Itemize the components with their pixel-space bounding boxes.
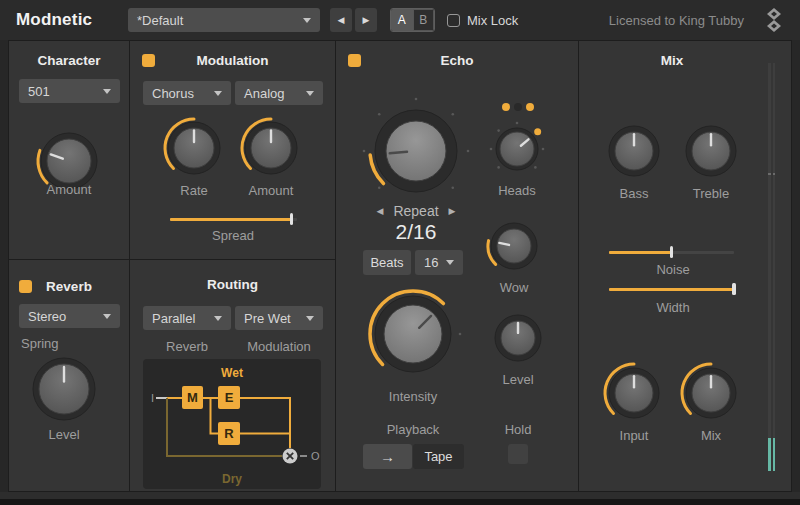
- meter-fill: [773, 438, 776, 471]
- echo-block[interactable]: E: [218, 386, 240, 409]
- noise-label: Noise: [656, 262, 689, 277]
- mix-lock-checkbox[interactable]: [447, 14, 460, 27]
- arrow-right-icon: ▶: [363, 15, 370, 25]
- intensity-knob[interactable]: [362, 283, 464, 385]
- reverb-routing-label: Reverb: [143, 339, 231, 354]
- meter-tick: [773, 173, 776, 175]
- ab-compare-control: A B: [390, 8, 435, 32]
- preset-next-button[interactable]: ▶: [355, 8, 377, 32]
- reverb-level-label: Level: [48, 427, 79, 442]
- slider-handle[interactable]: [290, 213, 294, 225]
- heads-knob[interactable]: [485, 117, 549, 181]
- heads-indicator-dots[interactable]: [502, 103, 534, 111]
- noise-slider[interactable]: [609, 246, 734, 258]
- mix-knob-label: Mix: [701, 428, 721, 443]
- arrow-left-icon: ◀: [338, 15, 345, 25]
- routing-title: Routing: [130, 277, 335, 292]
- chevron-down-icon: [306, 91, 314, 96]
- character-amount-label: Amount: [47, 182, 92, 197]
- reverb-type-select[interactable]: Stereo: [19, 304, 120, 328]
- repeat-next-icon[interactable]: ▶: [449, 206, 456, 216]
- bass-label: Bass: [620, 186, 649, 201]
- input-knob[interactable]: [599, 358, 669, 428]
- echo-level-knob[interactable]: [486, 306, 550, 370]
- modulation-amount-knob[interactable]: [236, 113, 306, 183]
- reverb-routing-value: Parallel: [152, 311, 195, 326]
- svg-text:M: M: [187, 390, 198, 405]
- app-title: Modnetic: [16, 10, 92, 30]
- modulation-routing-value: Pre Wet: [244, 311, 291, 326]
- chevron-down-icon: [303, 18, 311, 23]
- meter-bar-right: [773, 63, 776, 471]
- hold-toggle[interactable]: [508, 444, 528, 464]
- meter-fill: [768, 438, 771, 471]
- hold-label: Hold: [505, 422, 532, 437]
- ab-b-button[interactable]: B: [413, 9, 435, 31]
- modulation-block[interactable]: M: [182, 386, 203, 409]
- head-dot[interactable]: [526, 103, 534, 111]
- reverb-block[interactable]: R: [218, 422, 240, 445]
- mix-lock-label: Mix Lock: [467, 13, 518, 28]
- playback-mode-button[interactable]: Tape: [413, 444, 464, 469]
- wow-knob[interactable]: [482, 214, 546, 278]
- modulation-title: Modulation: [130, 53, 335, 68]
- slider-handle[interactable]: [670, 246, 674, 258]
- routing-diagram: Wet I M E R: [143, 359, 321, 489]
- modulation-rate-label: Rate: [180, 183, 207, 198]
- echo-panel: Echo ◀ Repeat ▶ 2/16 Beats 16 Heads Wow …: [335, 40, 579, 492]
- chevron-down-icon: [446, 260, 454, 265]
- mix-node[interactable]: [283, 449, 298, 464]
- wow-label: Wow: [500, 280, 529, 295]
- division-select[interactable]: 16: [415, 250, 463, 275]
- division-value: 16: [424, 255, 438, 270]
- modulation-type-value: Chorus: [152, 86, 194, 101]
- slider-fill: [609, 251, 672, 254]
- modulation-routing-select[interactable]: Pre Wet: [235, 306, 323, 330]
- ab-a-button[interactable]: A: [391, 9, 413, 31]
- bass-knob[interactable]: [602, 119, 666, 183]
- mix-knob[interactable]: [676, 358, 746, 428]
- input-label: I: [151, 392, 154, 404]
- sync-mode-button[interactable]: Beats: [363, 250, 411, 275]
- slider-handle[interactable]: [732, 283, 736, 295]
- treble-label: Treble: [693, 186, 729, 201]
- wet-label: Wet: [221, 366, 243, 380]
- preset-select[interactable]: *Default: [128, 8, 320, 32]
- chevron-down-icon: [103, 314, 111, 319]
- dry-label: Dry: [222, 472, 242, 486]
- title-bar: Modnetic *Default ◀ ▶ A B Mix Lock Licen…: [0, 0, 800, 40]
- mix-panel: Mix Bass Treble Noise Width Input Mix: [578, 40, 792, 492]
- output-label: O: [311, 450, 320, 462]
- reverb-routing-select[interactable]: Parallel: [143, 306, 231, 330]
- width-slider[interactable]: [609, 283, 734, 295]
- spread-label: Spread: [212, 228, 254, 243]
- character-type-select[interactable]: 501: [19, 79, 120, 103]
- mix-title: Mix: [579, 53, 765, 68]
- modulation-rate-knob[interactable]: [159, 113, 229, 183]
- head-dot[interactable]: [514, 103, 522, 111]
- license-text: Licensed to King Tubby: [609, 13, 744, 28]
- reverb-level-knob[interactable]: [27, 352, 101, 426]
- slider-fill: [170, 218, 292, 221]
- playback-direction-button[interactable]: →: [363, 444, 412, 469]
- modulation-routing-label: Modulation: [235, 339, 323, 354]
- character-title: Character: [9, 53, 129, 68]
- reverb-type-caption: Spring: [21, 336, 59, 351]
- echo-title: Echo: [336, 53, 578, 68]
- repeat-label: Repeat: [393, 203, 438, 219]
- modulation-amount-label: Amount: [249, 183, 294, 198]
- treble-knob[interactable]: [679, 119, 743, 183]
- head-dot[interactable]: [502, 103, 510, 111]
- modulation-type-select[interactable]: Chorus: [143, 81, 231, 105]
- svg-text:R: R: [224, 426, 234, 441]
- preset-prev-button[interactable]: ◀: [330, 8, 352, 32]
- character-type-value: 501: [28, 84, 50, 99]
- repeat-knob[interactable]: [361, 96, 471, 206]
- bottom-strip: [0, 492, 800, 505]
- spread-slider[interactable]: [170, 213, 297, 225]
- chevron-down-icon: [214, 91, 222, 96]
- repeat-prev-icon[interactable]: ◀: [377, 206, 384, 216]
- modulation-mode-select[interactable]: Analog: [235, 81, 323, 105]
- repeat-selector: ◀ Repeat ▶: [336, 203, 496, 219]
- echo-time-display: 2/16: [336, 220, 496, 244]
